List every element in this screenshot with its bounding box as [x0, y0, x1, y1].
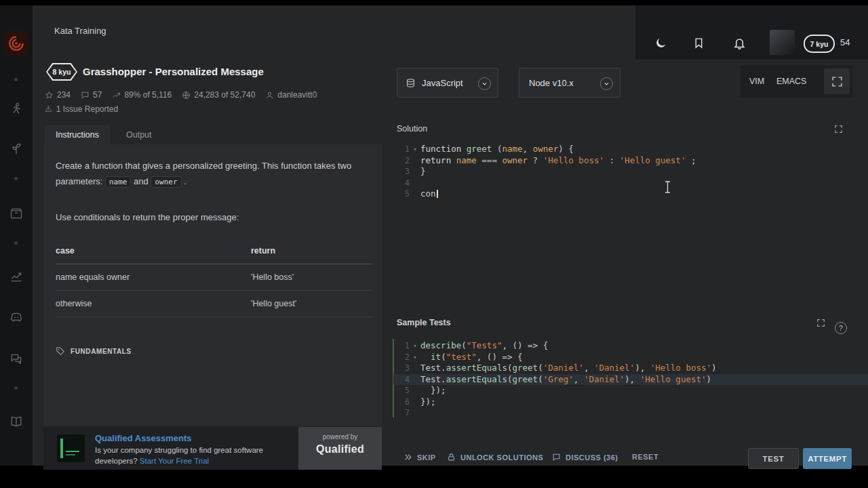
- sidebar-item-kata-library[interactable]: [8, 205, 24, 222]
- code-text[interactable]: function greet (name, owner) {: [420, 144, 868, 155]
- sidebar-item-progress[interactable]: [8, 268, 24, 285]
- sprout-icon: [9, 142, 23, 156]
- code-text[interactable]: con: [420, 188, 868, 200]
- sidebar-item-docs[interactable]: [8, 413, 24, 430]
- code-text[interactable]: return name === owner ? 'Hello boss' : '…: [420, 155, 868, 167]
- code-line[interactable]: 2return name === owner ? 'Hello boss' : …: [393, 155, 868, 167]
- book-icon: [9, 415, 23, 428]
- code-text[interactable]: });: [420, 396, 868, 408]
- vim-toggle[interactable]: VIM: [749, 65, 764, 98]
- tab-instructions[interactable]: Instructions: [45, 125, 110, 144]
- discuss-button[interactable]: DISCUSS (36): [552, 453, 618, 462]
- completed-stat[interactable]: 24,283 of 52,740: [182, 90, 255, 100]
- line-number: 5: [393, 188, 410, 200]
- fold-arrow-icon[interactable]: ▾: [410, 352, 420, 363]
- case-return-table: case return name equals owner 'Hello bos…: [56, 238, 372, 317]
- sidebar-item-discussions[interactable]: [8, 351, 24, 367]
- user-avatar[interactable]: [770, 30, 795, 55]
- powered-by-block[interactable]: powered by Qualified: [298, 427, 382, 470]
- tab-output[interactable]: Output: [115, 125, 163, 144]
- trend-chart-icon: [9, 270, 23, 283]
- table-row: otherwise 'Hello guest': [56, 291, 372, 317]
- sidebar-item-train[interactable]: [8, 100, 24, 117]
- code-line[interactable]: 6});: [393, 396, 868, 408]
- inline-code-name: name: [105, 176, 132, 188]
- code-line[interactable]: 7: [393, 407, 868, 419]
- keybinding-panel: VIM EMACS: [741, 65, 852, 98]
- code-text[interactable]: }: [420, 166, 868, 178]
- code-line[interactable]: 5con: [393, 188, 868, 200]
- fold-gutter: [410, 155, 420, 167]
- skip-button[interactable]: SKIP: [403, 453, 436, 462]
- tests-help-button[interactable]: ?: [835, 322, 847, 334]
- collections-button[interactable]: [690, 35, 707, 51]
- code-line[interactable]: 1▾describe("Tests", () => {: [393, 340, 868, 352]
- code-line[interactable]: 4: [393, 178, 868, 189]
- code-text[interactable]: describe("Tests", () => {: [420, 340, 868, 352]
- code-text[interactable]: Test.assertEquals(greet('Greg', 'Daniel'…: [420, 374, 868, 386]
- fold-arrow-icon[interactable]: ▾: [410, 144, 420, 155]
- codewars-logo[interactable]: [4, 31, 28, 56]
- fold-gutter: [410, 166, 420, 178]
- sponsor-cta-link[interactable]: Start Your Free Trial: [140, 457, 209, 465]
- notifications-button[interactable]: [731, 35, 747, 51]
- tag-icon: [56, 346, 65, 356]
- sidebar-item-discord[interactable]: [8, 309, 24, 325]
- codewars-app: Kata Training 7 kyu 54: [0, 5, 868, 466]
- solution-editor[interactable]: 1▾function greet (name, owner) {2return …: [393, 138, 868, 317]
- attempt-button[interactable]: ATTEMPT: [803, 448, 852, 469]
- fold-gutter: [410, 374, 420, 386]
- fold-arrow-icon[interactable]: ▾: [410, 340, 420, 352]
- test-button[interactable]: TEST: [748, 448, 799, 469]
- stars-stat[interactable]: 234: [45, 90, 71, 100]
- letterbox-top: [0, 0, 868, 5]
- line-number: 7: [393, 407, 410, 419]
- mouse-cursor: [664, 181, 671, 193]
- fullscreen-button[interactable]: [824, 68, 850, 94]
- code-line[interactable]: 5 });: [393, 385, 868, 396]
- solution-expand-button[interactable]: [834, 125, 843, 134]
- issue-reported[interactable]: ⚠ 1 Issue Reported: [45, 104, 118, 114]
- code-line[interactable]: 1▾function greet (name, owner) {: [393, 144, 868, 155]
- bookmark-icon: [693, 37, 705, 49]
- inline-code-owner: owner: [151, 176, 181, 188]
- code-line[interactable]: 4Test.assertEquals(greet('Greg', 'Daniel…: [393, 374, 868, 386]
- satisfaction-stat[interactable]: 89% of 5,116: [112, 90, 172, 100]
- line-number: 3: [393, 166, 410, 178]
- tests-expand-button[interactable]: [816, 319, 825, 327]
- unlock-solutions-button[interactable]: UNLOCK SOLUTIONS: [447, 453, 543, 462]
- code-line[interactable]: 2▾ it("test", () => {: [393, 352, 868, 363]
- fold-gutter: [410, 363, 420, 374]
- skip-icon: [403, 453, 412, 462]
- emacs-toggle[interactable]: EMACS: [776, 65, 806, 98]
- line-number: 3: [393, 363, 410, 374]
- code-text[interactable]: });: [420, 385, 868, 396]
- fold-gutter: [410, 188, 420, 200]
- dark-mode-toggle[interactable]: [652, 35, 669, 51]
- comments-stat[interactable]: 57: [81, 90, 102, 100]
- code-line[interactable]: 3Test.assertEquals(greet('Daniel', 'Dani…: [393, 363, 868, 374]
- line-number: 1: [393, 144, 410, 155]
- sponsor-title-link[interactable]: Qualified Assessments: [95, 433, 192, 443]
- code-text[interactable]: [420, 178, 868, 189]
- code-text[interactable]: Test.assertEquals(greet('Daniel', 'Danie…: [420, 363, 868, 374]
- left-sidebar: [0, 5, 33, 466]
- reset-button[interactable]: RESET: [632, 453, 658, 461]
- language-select[interactable]: JavaScript: [397, 68, 498, 98]
- runtime-select[interactable]: Node v10.x: [519, 68, 620, 98]
- fold-gutter: [410, 407, 420, 419]
- line-number: 1: [393, 340, 410, 352]
- sidebar-item-leaderboard[interactable]: [8, 141, 24, 157]
- line-number: 4: [393, 374, 410, 386]
- sample-tests-editor[interactable]: 1▾describe("Tests", () => {2▾ it("test",…: [393, 339, 868, 431]
- user-rank-badge[interactable]: 7 kyu: [804, 35, 835, 53]
- sidebar-divider-dot: [14, 241, 18, 245]
- topright-panel: 7 kyu 54: [635, 5, 868, 60]
- author-stat[interactable]: danleavitt0: [265, 90, 317, 100]
- line-number: 4: [393, 178, 410, 189]
- code-line[interactable]: 3}: [393, 166, 868, 178]
- code-text[interactable]: it("test", () => {: [420, 352, 868, 363]
- table-header-case: case: [56, 246, 251, 256]
- kata-tag-fundamentals[interactable]: FUNDAMENTALS: [56, 346, 132, 356]
- code-text[interactable]: [420, 407, 868, 419]
